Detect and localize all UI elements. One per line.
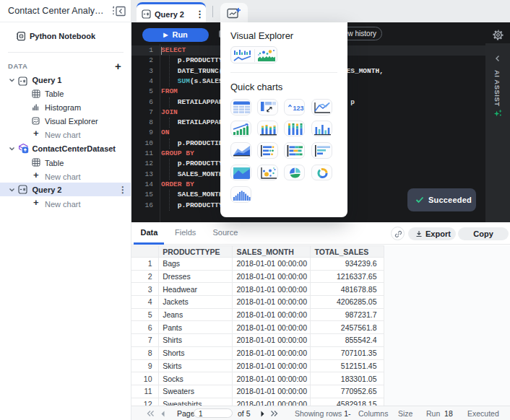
svg-text:123: 123 xyxy=(293,105,304,112)
